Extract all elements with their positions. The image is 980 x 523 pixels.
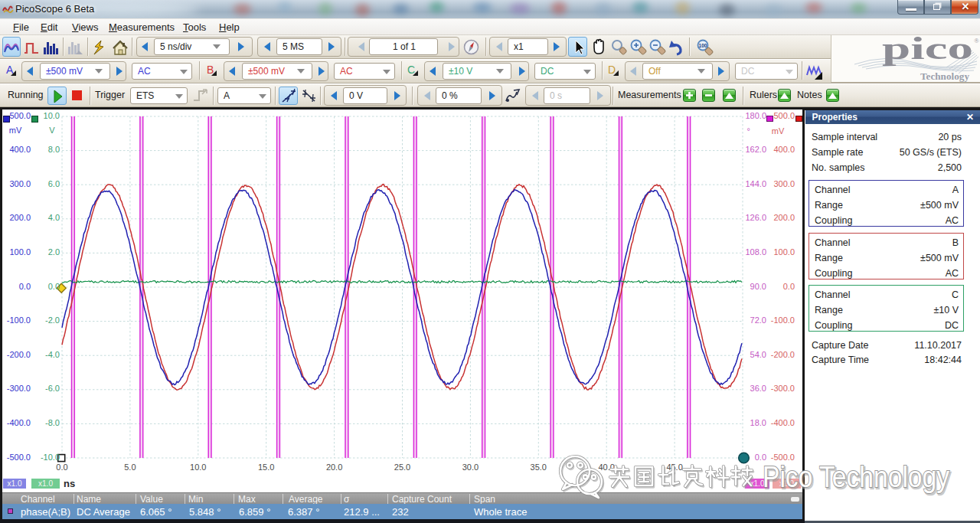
svg-text:®: ® [974,37,979,44]
svg-text:pico: pico [882,35,973,66]
svg-text:Technology: Technology [920,70,970,82]
svg-text:100: 100 [699,43,707,48]
